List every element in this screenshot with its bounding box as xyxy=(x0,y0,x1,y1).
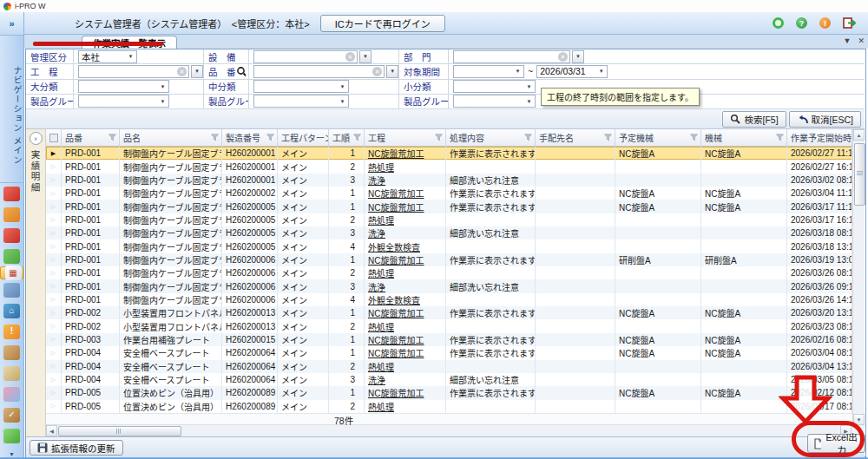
home-icon[interactable]: ⌂ xyxy=(0,300,23,321)
table-row[interactable]: ▷PRD-001制御盤内ケーブル固定ブラケットH260200005メイン3洗浄細… xyxy=(46,226,852,239)
cell-process[interactable]: NC旋盤荒加工 xyxy=(365,147,446,160)
cell-process[interactable]: 洗浄 xyxy=(365,373,446,386)
column-header-process[interactable]: 工程 xyxy=(365,129,446,146)
horizontal-scroll-thumb[interactable] xyxy=(58,426,181,436)
parts-box-icon[interactable] xyxy=(0,342,23,363)
filter-funnel-icon[interactable] xyxy=(776,134,784,141)
cell-process[interactable]: 熱処理 xyxy=(365,319,446,332)
logout-icon[interactable] xyxy=(843,17,856,29)
table-row[interactable]: ▶PRD-001制御盤内ケーブル固定ブラケットH260200001メイン1NC旋… xyxy=(46,147,852,160)
cell-process[interactable]: NC旋盤荒加工 xyxy=(365,386,446,399)
table-row[interactable]: ▷PRD-005位置決めピン（治具用）H260200089メイン1NC旋盤荒加工… xyxy=(46,386,852,399)
vertical-scrollbar[interactable]: ▲ ▼ xyxy=(852,129,865,425)
column-header-machine[interactable]: 機械 xyxy=(701,129,787,146)
hinban-dropdown-button[interactable]: ▼ xyxy=(386,65,398,78)
dai-bunrui-select[interactable]: ▼ xyxy=(78,80,169,93)
chevron-down-icon[interactable]: ▼ xyxy=(157,81,168,92)
table-row[interactable]: ▷PRD-001制御盤内ケーブル固定ブラケットH260200006メイン1NC旋… xyxy=(46,253,852,266)
column-header-processing-note[interactable]: 処理内容 xyxy=(446,129,536,146)
vertical-scroll-thumb[interactable] xyxy=(854,143,865,206)
cart2-icon[interactable] xyxy=(0,225,23,246)
sho-bunrui-select[interactable]: ▼ xyxy=(453,80,536,93)
filter-funnel-icon[interactable] xyxy=(266,134,274,141)
table-row[interactable]: ▷PRD-004安全柵ベースプレートH260200064メイン3洗浄細部洗い忘れ… xyxy=(46,373,852,386)
cell-process[interactable]: NC旋盤荒加工 xyxy=(365,346,446,359)
column-header-planned-start[interactable]: 作業予定開始時間 xyxy=(787,129,852,146)
product-group3-select[interactable]: ▼ xyxy=(453,95,536,108)
horizontal-scrollbar[interactable]: ◀ ▶ xyxy=(46,425,865,436)
cell-process[interactable]: 洗浄 xyxy=(365,174,446,187)
chevron-down-icon[interactable]: ▼ xyxy=(157,95,168,107)
package-check-icon[interactable]: ✓ xyxy=(0,404,23,425)
cell-process[interactable]: NC旋盤荒加工 xyxy=(365,200,446,213)
alert-icon[interactable]: ! xyxy=(819,17,831,29)
cancel-button[interactable]: 取消[ESC] xyxy=(789,111,861,128)
chevron-down-icon[interactable]: ▼ xyxy=(523,81,535,92)
product-group2-select[interactable]: ▼ xyxy=(253,95,349,108)
bumon-combo[interactable]: ✕ xyxy=(453,50,570,63)
filter-funnel-icon[interactable] xyxy=(604,134,612,141)
scroll-left-icon[interactable]: ◀ xyxy=(46,425,57,436)
alert-icon[interactable]: ! xyxy=(0,321,23,342)
detail-side-panel[interactable]: › 実績明細 xyxy=(26,129,46,436)
cell-process[interactable]: NC旋盤荒加工 xyxy=(365,333,446,346)
setsubi-dropdown-button[interactable]: ▼ xyxy=(359,50,372,63)
filter-funnel-icon[interactable] xyxy=(690,134,698,141)
kanri-kubun-select[interactable]: 本社 ▼ xyxy=(78,50,137,63)
column-header-serial-no[interactable]: 製造番号 xyxy=(222,129,278,146)
notes-icon[interactable] xyxy=(0,363,23,384)
cell-process[interactable]: 熱処理 xyxy=(365,400,446,413)
chevron-down-icon[interactable]: ▼ xyxy=(523,95,535,107)
column-header-sequence[interactable]: 工順 xyxy=(329,129,365,146)
table-row[interactable]: ▷PRD-003作業台用補強プレートH260200015メイン1NC旋盤荒加工作… xyxy=(46,333,852,346)
table-row[interactable]: ▷PRD-002小型装置用フロントパネルH260200013メイン2熱処理202… xyxy=(46,319,852,332)
filter-funnel-icon[interactable] xyxy=(435,134,443,141)
chevron-down-icon[interactable]: ▼ xyxy=(337,95,348,107)
cell-process[interactable]: NC旋盤荒加工 xyxy=(365,253,446,266)
calendar-clock-icon[interactable]: ▦ xyxy=(0,266,23,279)
table-row[interactable]: ▷PRD-001制御盤内ケーブル固定ブラケットH260200005メイン4外観全… xyxy=(46,239,852,252)
kotei-combo[interactable]: ✕ xyxy=(78,65,189,78)
cell-process[interactable]: NC旋盤荒加工 xyxy=(365,306,446,319)
chevron-down-icon[interactable]: ▼ xyxy=(595,66,607,77)
hinban-combo[interactable]: ✕ xyxy=(253,65,385,78)
setsubi-combo[interactable]: ✕ xyxy=(253,50,358,63)
nav-expand-button[interactable]: » xyxy=(0,12,23,36)
product-group1-select[interactable]: ▼ xyxy=(78,95,169,108)
table-row[interactable]: ▷PRD-001制御盤内ケーブル固定ブラケットH260200006メイン3洗浄細… xyxy=(46,279,852,292)
column-header-row-marker[interactable] xyxy=(46,129,62,146)
truck-icon[interactable] xyxy=(0,204,23,225)
column-header-item-code[interactable]: 品番 xyxy=(62,129,120,146)
period-to-select[interactable]: 2026/03/31 ▼ xyxy=(536,65,608,78)
cell-process[interactable]: 熱処理 xyxy=(365,360,446,373)
cell-process[interactable]: 外観全数検査 xyxy=(365,239,446,252)
table-row[interactable]: ▷PRD-001制御盤内ケーブル固定ブラケットH260200005メイン2熱処理… xyxy=(46,213,852,226)
column-header-supplier-name[interactable]: 手配先名 xyxy=(536,129,615,146)
table-row[interactable]: ▷PRD-001制御盤内ケーブル固定ブラケットH260200002メイン1NC旋… xyxy=(46,187,852,200)
filter-funnel-icon[interactable] xyxy=(524,134,532,141)
cell-process[interactable]: 外観全数検査 xyxy=(365,293,446,306)
filter-funnel-icon[interactable] xyxy=(211,134,219,141)
chevron-down-icon[interactable]: ▼ xyxy=(125,51,136,62)
beads-icon[interactable] xyxy=(0,384,23,404)
chevron-down-icon[interactable]: ▼ xyxy=(512,66,523,77)
table-row[interactable]: ▷PRD-004安全柵ベースプレートH260200064メイン2熱処理2026/… xyxy=(46,360,852,373)
chevron-down-icon[interactable]: ▼ xyxy=(337,81,348,92)
table-row[interactable]: ▷PRD-001制御盤内ケーブル固定ブラケットH260200006メイン2熱処理… xyxy=(46,266,852,279)
refresh-icon[interactable] xyxy=(773,17,784,29)
cell-process[interactable]: 熱処理 xyxy=(365,266,446,279)
table-row[interactable]: ▷PRD-005位置決めピン（治具用）H260200089メイン2熱処理2026… xyxy=(46,400,852,413)
column-header-planned-machine[interactable]: 予定機械 xyxy=(615,129,701,146)
table-row[interactable]: ▷PRD-001制御盤内ケーブル固定ブラケットH260200006メイン4外観全… xyxy=(46,293,852,306)
ic-card-relogin-button[interactable]: ICカードで再ログイン xyxy=(320,15,445,32)
cell-process[interactable]: 熱処理 xyxy=(365,160,446,173)
tab-close-icon[interactable]: ✕ xyxy=(858,36,865,45)
nav-more-button[interactable]: ▼ xyxy=(0,451,23,457)
database-icon[interactable] xyxy=(0,425,23,446)
cell-process[interactable]: 熱処理 xyxy=(365,213,446,226)
select-all-icon[interactable] xyxy=(49,134,58,142)
clear-icon[interactable]: ✕ xyxy=(558,52,568,62)
expand-panel-icon[interactable]: › xyxy=(30,132,43,145)
handover-icon[interactable] xyxy=(0,246,23,266)
update-extended-info-button[interactable]: 拡張情報の更新 xyxy=(30,440,123,456)
